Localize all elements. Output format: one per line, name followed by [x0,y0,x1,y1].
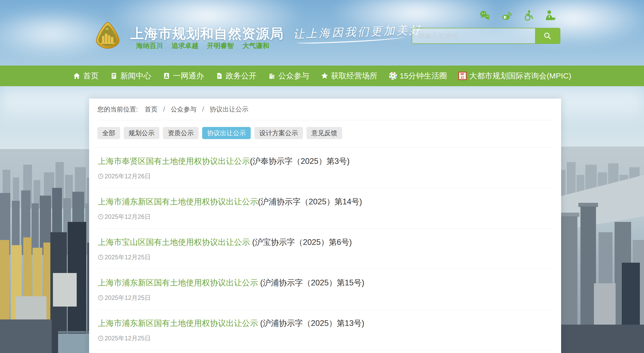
announcement-date: 2025年12月25日 [98,334,552,342]
weibo-icon[interactable] [500,9,513,22]
date-text: 2025年12月25日 [105,294,151,302]
accessibility-icon[interactable] [522,9,535,22]
announcement-doc-number: (沪奉协示字（2025）第3号) [250,157,350,166]
filter-tabs: 全部 规划公示 资质公示 协议出让公示 设计方案公示 意见反馈 [97,127,553,139]
announcement-link[interactable]: 上海市浦东新区国有土地使用权协议出让公示(沪浦协示字（2025）第14号) [98,197,362,206]
nav-item-business-premises[interactable]: 获取经营场所 [321,71,378,81]
elder-care-icon[interactable] [544,9,556,22]
list-item: 上海市宝山区国有土地使用权协议出让公示 (沪宝协示字（2025）第6号) 202… [97,229,553,269]
date-text: 2025年12月25日 [105,334,151,342]
announcement-link[interactable]: 上海市浦东新区国有土地使用权协议出让公示 (沪浦协示字（2025）第13号) [98,319,364,328]
announcement-doc-number: (沪浦协示字（2025）第15号) [258,278,364,287]
svg-text:MP: MP [461,73,464,76]
wechat-icon[interactable] [479,9,491,22]
announcement-title: 上海市奉贤区国有土地使用权协议出让公示 [98,157,250,166]
search-input[interactable] [412,28,535,43]
nav-item-gov-affairs[interactable]: 政务公开 [215,71,257,81]
date-text: 2025年12月26日 [105,213,151,221]
breadcrumb-separator: / [202,106,204,113]
breadcrumb-item-home[interactable]: 首页 [145,105,158,114]
nav-item-home[interactable]: 首页 [73,71,99,81]
tab-all[interactable]: 全部 [97,127,120,139]
announcement-date: 2025年12月26日 [98,172,552,180]
tab-agreement-transfer-notice[interactable]: 协议出让公示 [202,127,251,139]
tab-design-plan-notice[interactable]: 设计方案公示 [254,127,303,139]
nav-item-mpic[interactable]: MPIC 大都市规划国际咨询会(MPIC) [458,71,571,81]
gov-affairs-icon [215,72,223,80]
nav-item-label: 政务公开 [226,71,257,81]
announcement-title: 上海市浦东新区国有土地使用权协议出让公示 [98,197,258,206]
nav-item-news[interactable]: 新闻中心 [110,71,151,81]
svg-text:IC: IC [461,76,464,80]
nav-item-online-services[interactable]: 一网通办 [163,71,204,81]
bureau-logo[interactable] [93,21,122,50]
nav-item-label: 获取经营场所 [331,71,378,81]
nav-item-public-participation[interactable]: 公众参与 [268,71,309,81]
page: 上海市规划和自然资源局 海纳百川 追求卓越 开明睿智 大气谦和 让上海因我们更加… [0,0,644,353]
tab-feedback[interactable]: 意见反馈 [307,127,342,139]
announcement-title: 上海市浦东新区国有土地使用权协议出让公示 [98,278,258,287]
home-icon [73,72,81,80]
site-title: 上海市规划和自然资源局 [130,25,284,43]
nav-item-label: 15分钟生活圈 [400,71,447,81]
breadcrumb-label: 您的当前位置: [97,105,138,114]
nav-item-label: 首页 [83,71,99,81]
main-nav: 首页 新闻中心 一网通办 政务公开 公众参与 [0,66,644,86]
clock-icon [98,295,104,301]
announcement-doc-number: (沪宝协示字（2025）第6号) [250,238,352,247]
star-icon [321,72,328,80]
search-icon [543,31,552,40]
tab-qualification-notice[interactable]: 资质公示 [163,127,199,139]
announcement-link[interactable]: 上海市奉贤区国有土地使用权协议出让公示(沪奉协示字（2025）第3号) [98,157,350,166]
search-bar [412,28,560,44]
nav-item-label: 一网通办 [173,71,204,81]
date-text: 2025年12月26日 [105,172,151,180]
announcement-date: 2025年12月25日 [98,253,552,261]
public-participation-icon [268,72,276,80]
date-text: 2025年12月25日 [105,253,151,261]
announcement-doc-number: (沪浦协示字（2025）第13号) [258,319,364,328]
announcement-date: 2025年12月25日 [98,294,552,302]
announcement-title: 上海市浦东新区国有土地使用权协议出让公示 [98,319,258,328]
announcement-link[interactable]: 上海市宝山区国有土地使用权协议出让公示 (沪宝协示字（2025）第6号) [98,238,352,247]
clock-icon [98,254,104,260]
clock-icon [98,173,104,179]
content-panel: 您的当前位置: 首页 / 公众参与 / 协议出让公示 全部 规划公示 资质公示 … [89,99,561,353]
announcement-link[interactable]: 上海市浦东新区国有土地使用权协议出让公示 (沪浦协示字（2025）第15号) [98,278,364,287]
nav-item-life-circle[interactable]: 15分钟生活圈 [389,71,447,81]
breadcrumb-separator: / [163,106,165,113]
nav-item-label: 公众参与 [278,71,309,81]
clock-icon [98,214,104,220]
tab-planning-notice[interactable]: 规划公示 [124,127,159,139]
motto-links: 海纳百川 追求卓越 开明睿智 大气谦和 [136,41,276,50]
nav-item-label: 大都市规划国际咨询会(MPIC) [469,71,571,81]
list-item: 上海市浦东新区国有土地使用权协议出让公示(沪浦协示字（2025）第14号) 20… [97,188,553,229]
clock-icon [98,335,104,341]
list-item: 上海市浦东新区国有土地使用权协议出让公示 (沪浦协示字（2025）第13号) 2… [97,310,553,350]
search-button[interactable] [535,28,560,43]
announcement-date: 2025年12月26日 [98,213,552,221]
mpic-seal-icon: MPIC [458,72,467,80]
motto-link[interactable]: 追求卓越 [171,42,198,50]
announcement-title: 上海市宝山区国有土地使用权协议出让公示 [98,238,250,247]
nav-item-label: 新闻中心 [120,71,151,81]
life-circle-icon [389,72,397,80]
motto-link[interactable]: 大气谦和 [242,42,269,50]
list-item: 上海市浦东新区国有土地使用权协议出让公示 (沪浦协示字（2025）第15号) 2… [97,269,553,310]
quick-icons [479,9,556,22]
list-item: 上海市奉贤区国有土地使用权协议出让公示(沪奉协示字（2025）第3号) 2025… [97,148,553,188]
motto-link[interactable]: 开明睿智 [207,42,234,50]
breadcrumb-item-current: 协议出让公示 [210,105,248,114]
announcement-doc-number: (沪浦协示字（2025）第14号) [258,197,362,206]
breadcrumb-item-participation[interactable]: 公众参与 [171,105,197,114]
motto-link[interactable]: 海纳百川 [136,42,163,50]
news-icon [110,72,118,80]
online-services-icon [163,72,170,80]
breadcrumb: 您的当前位置: 首页 / 公众参与 / 协议出让公示 [97,99,553,120]
site-header: 上海市规划和自然资源局 海纳百川 追求卓越 开明睿智 大气谦和 让上海因我们更加… [0,0,644,66]
